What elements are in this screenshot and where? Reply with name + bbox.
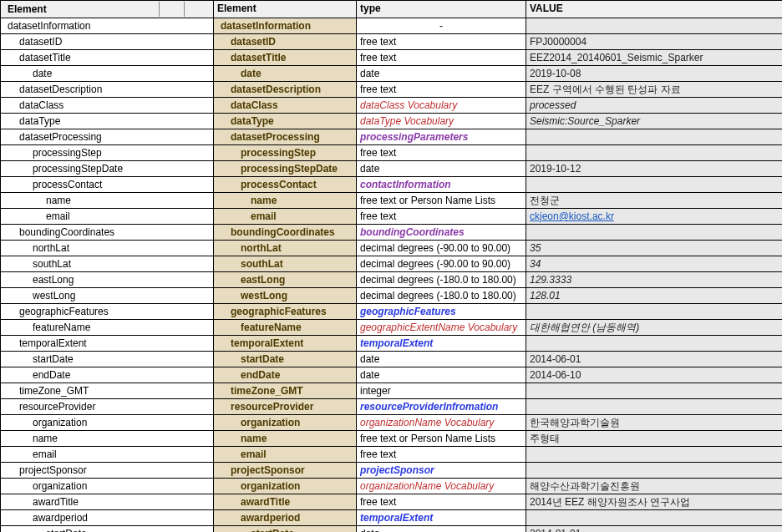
value-cell[interactable]: EEZ 구역에서 수행된 탄성파 자료 — [526, 82, 782, 98]
tree-node[interactable]: date — [1, 66, 214, 82]
tree-node[interactable]: startDate — [1, 526, 214, 532]
tree-node[interactable]: southLat — [1, 256, 214, 272]
tree-node[interactable]: temporalExtent — [1, 336, 214, 352]
element-name[interactable]: awardTitle — [214, 494, 357, 510]
value-cell[interactable] — [526, 399, 782, 415]
tree-node[interactable]: dataType — [1, 114, 214, 129]
value-cell[interactable]: FPJ0000004 — [526, 34, 782, 50]
element-name[interactable]: awardperiod — [214, 510, 357, 526]
element-name[interactable]: date — [214, 66, 357, 82]
element-name[interactable]: name — [214, 193, 357, 209]
element-name[interactable]: processContact — [214, 177, 357, 193]
tree-node[interactable]: awardperiod — [1, 510, 214, 526]
element-name[interactable]: timeZone_GMT — [214, 383, 357, 399]
tree-node[interactable]: organization — [1, 415, 214, 431]
tree-node[interactable]: featureName — [1, 320, 214, 336]
element-name[interactable]: westLong — [214, 288, 357, 304]
tree-node[interactable]: name — [1, 193, 214, 209]
value-cell[interactable] — [526, 304, 782, 320]
value-cell[interactable]: 35 — [526, 241, 782, 256]
element-name[interactable]: organization — [214, 415, 357, 431]
element-name[interactable]: northLat — [214, 241, 357, 256]
value-cell[interactable] — [526, 336, 782, 352]
element-name[interactable]: email — [214, 209, 357, 225]
value-cell[interactable]: 2014-01-01 — [526, 526, 782, 532]
tree-node[interactable]: eastLong — [1, 272, 214, 288]
tree-node[interactable]: awardTitle — [1, 494, 214, 510]
element-name[interactable]: projectSponsor — [214, 463, 357, 479]
element-name[interactable]: name — [214, 431, 357, 447]
value-cell[interactable]: 129.3333 — [526, 272, 782, 288]
tree-node[interactable]: processingStepDate — [1, 161, 214, 177]
tree-node[interactable]: boundingCoordinates — [1, 225, 214, 241]
tree-node[interactable]: datasetInformation — [1, 18, 214, 34]
element-name[interactable]: datasetTitle — [214, 50, 357, 66]
value-cell[interactable]: 한국해양과학기술원 — [526, 415, 782, 431]
element-name[interactable]: datasetInformation — [214, 18, 357, 34]
element-name[interactable]: eastLong — [214, 272, 357, 288]
value-cell[interactable] — [526, 145, 782, 161]
value-cell[interactable]: 2019-10-08 — [526, 66, 782, 82]
element-name[interactable]: featureName — [214, 320, 357, 336]
value-cell[interactable] — [526, 177, 782, 193]
element-name[interactable]: startDate — [214, 352, 357, 367]
value-cell[interactable]: 2014-06-01 — [526, 352, 782, 367]
email-link[interactable]: ckjeon@kiost.ac.kr — [530, 210, 614, 222]
tree-node[interactable]: dataClass — [1, 98, 214, 114]
element-name[interactable]: resourceProvider — [214, 399, 357, 415]
value-cell[interactable]: processed — [526, 98, 782, 114]
value-cell[interactable] — [526, 129, 782, 145]
value-cell[interactable]: ckjeon@kiost.ac.kr — [526, 209, 782, 225]
value-cell[interactable]: 해양수산과학기술진흥원 — [526, 479, 782, 494]
tree-node[interactable]: email — [1, 209, 214, 225]
tree-node[interactable]: processingStep — [1, 145, 214, 161]
element-name[interactable]: datasetID — [214, 34, 357, 50]
value-cell[interactable]: 2014년 EEZ 해양자원조사 연구사업 — [526, 494, 782, 510]
tree-node[interactable]: datasetDescription — [1, 82, 214, 98]
value-cell[interactable] — [526, 383, 782, 399]
value-cell[interactable] — [526, 447, 782, 463]
value-cell[interactable]: 2019-10-12 — [526, 161, 782, 177]
value-cell[interactable]: EEZ2014_20140601_Seismic_Sparker — [526, 50, 782, 66]
tree-node[interactable]: email — [1, 447, 214, 463]
element-name[interactable]: geographicFeatures — [214, 304, 357, 320]
value-cell[interactable]: 주형태 — [526, 431, 782, 447]
value-cell[interactable]: 128.01 — [526, 288, 782, 304]
value-cell[interactable]: 전청군 — [526, 193, 782, 209]
element-name[interactable]: datasetProcessing — [214, 129, 357, 145]
tree-node[interactable]: datasetID — [1, 34, 214, 50]
value-cell[interactable]: 34 — [526, 256, 782, 272]
element-name[interactable]: startDate — [214, 526, 357, 532]
value-cell[interactable]: 대한해협연안 (남동해역) — [526, 320, 782, 336]
tree-node[interactable]: resourceProvider — [1, 399, 214, 415]
tree-node[interactable]: processContact — [1, 177, 214, 193]
value-cell[interactable] — [526, 463, 782, 479]
tree-node[interactable]: westLong — [1, 288, 214, 304]
tree-node[interactable]: northLat — [1, 241, 214, 256]
element-name[interactable]: email — [214, 447, 357, 463]
tree-node[interactable]: datasetProcessing — [1, 129, 214, 145]
element-name[interactable]: processingStepDate — [214, 161, 357, 177]
element-name[interactable]: boundingCoordinates — [214, 225, 357, 241]
tree-node[interactable]: datasetTitle — [1, 50, 214, 66]
tree-node[interactable]: organization — [1, 479, 214, 494]
element-name[interactable]: temporalExtent — [214, 336, 357, 352]
tree-node[interactable]: geographicFeatures — [1, 304, 214, 320]
value-cell[interactable] — [526, 18, 782, 34]
element-name[interactable]: dataType — [214, 114, 357, 129]
element-name[interactable]: southLat — [214, 256, 357, 272]
element-name[interactable]: organization — [214, 479, 357, 494]
element-name[interactable]: processingStep — [214, 145, 357, 161]
tree-node[interactable]: startDate — [1, 352, 214, 367]
tree-node[interactable]: timeZone_GMT — [1, 383, 214, 399]
value-cell[interactable] — [526, 225, 782, 241]
tree-node[interactable]: name — [1, 431, 214, 447]
element-name[interactable]: dataClass — [214, 98, 357, 114]
element-name[interactable]: datasetDescription — [214, 82, 357, 98]
value-cell[interactable]: Seismic:Source_Sparker — [526, 114, 782, 129]
tree-node[interactable]: endDate — [1, 367, 214, 383]
value-cell[interactable] — [526, 510, 782, 526]
tree-node[interactable]: projectSponsor — [1, 463, 214, 479]
element-name[interactable]: endDate — [214, 367, 357, 383]
value-cell[interactable]: 2014-06-10 — [526, 367, 782, 383]
